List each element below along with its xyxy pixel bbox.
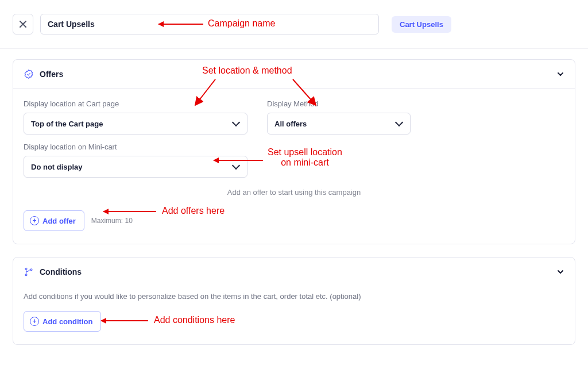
close-button[interactable] (13, 14, 33, 34)
add-offer-button[interactable]: + Add offer (24, 210, 84, 231)
location-mini-label: Display location on Mini-cart (24, 143, 564, 151)
plus-circle-icon: + (30, 216, 39, 225)
max-note: Maximum: 10 (91, 217, 133, 225)
badge-icon (24, 69, 34, 79)
close-icon (20, 21, 26, 28)
campaign-type-chip: Cart Upsells (392, 16, 451, 33)
branch-icon (24, 267, 34, 277)
offers-panel: Offers Display location at Cart page Top… (13, 59, 575, 244)
location-cart-select[interactable]: Top of the Cart page (24, 113, 247, 135)
chevron-down-icon (556, 70, 564, 78)
plus-circle-icon: + (30, 317, 39, 326)
conditions-panel: Conditions Add conditions if you would l… (13, 257, 575, 345)
svg-point-0 (25, 268, 27, 270)
offers-panel-body: Display location at Cart page Top of the… (13, 89, 575, 244)
display-method-label: Display Method (267, 99, 411, 108)
location-cart-label: Display location at Cart page (24, 99, 247, 108)
campaign-name-input[interactable] (40, 14, 379, 34)
location-mini-select[interactable]: Do not display (24, 156, 247, 178)
location-cart-value: Top of the Cart page (31, 120, 103, 128)
add-offer-label: Add offer (42, 217, 76, 225)
display-method-value: All offers (274, 120, 307, 128)
location-mini-value: Do not display (31, 163, 83, 171)
svg-point-2 (30, 269, 32, 271)
add-condition-button[interactable]: + Add condition (24, 311, 101, 332)
offers-panel-header[interactable]: Offers (13, 60, 575, 89)
add-condition-label: Add condition (42, 317, 92, 326)
conditions-title: Conditions (40, 267, 82, 276)
topbar: Cart Upsells (0, 0, 588, 49)
svg-point-1 (25, 274, 27, 276)
conditions-panel-header[interactable]: Conditions (13, 258, 575, 286)
offers-title: Offers (40, 70, 63, 79)
offers-empty-hint: Add an offer to start using this campaig… (24, 178, 564, 201)
conditions-help-text: Add conditions if you would like to pers… (24, 292, 564, 301)
display-method-select[interactable]: All offers (267, 113, 411, 135)
chevron-down-icon (556, 268, 564, 276)
